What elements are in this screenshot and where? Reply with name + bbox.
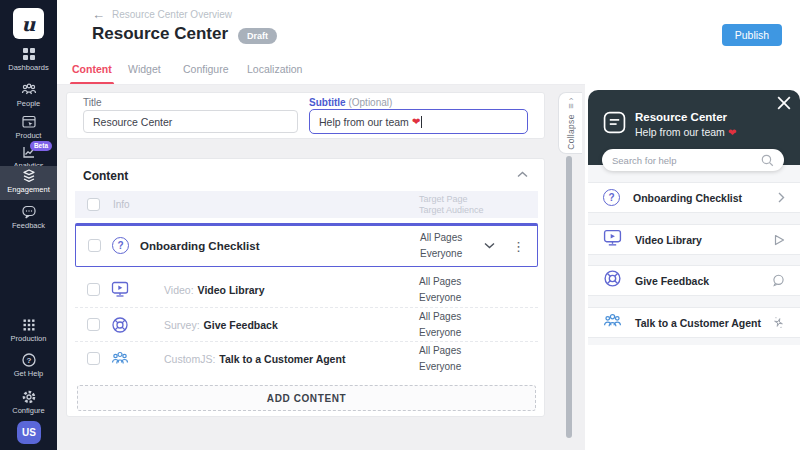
engagement-icon <box>21 168 37 184</box>
title-label: Title <box>83 97 102 108</box>
kebab-menu-icon[interactable]: ⋮ <box>512 239 525 254</box>
sidebar-item-feedback[interactable]: Feedback <box>0 202 57 230</box>
collapse-label: Collapse <box>566 114 576 149</box>
sidebar-item-people[interactable]: People <box>0 80 57 108</box>
book-icon <box>603 111 626 134</box>
list-item[interactable]: Talk to a Customer Agent <box>588 307 800 338</box>
list-item[interactable]: ? Onboarding Checklist <box>588 182 800 213</box>
row-checkbox[interactable] <box>88 239 101 252</box>
userpilot-logo[interactable]: u <box>13 8 44 39</box>
svg-text:?: ? <box>26 356 31 365</box>
video-monitor-icon <box>111 281 129 302</box>
chevron-right-icon <box>778 192 785 203</box>
people-group-icon <box>111 350 129 371</box>
sidebar-item-dashboards[interactable]: Dashboards <box>0 44 57 72</box>
sidebar: u Dashboards People Product Beta <box>0 0 57 450</box>
row-title: Onboarding Checklist <box>140 240 260 252</box>
table-row[interactable]: ? Onboarding Checklist All Pages Everyon… <box>75 223 538 267</box>
feedback-icon <box>21 204 37 220</box>
heart-icon: ❤ <box>412 116 420 127</box>
title-input[interactable] <box>83 110 298 133</box>
row-target: All Pages Everyone <box>419 309 461 341</box>
publish-button[interactable]: Publish <box>722 24 782 46</box>
breadcrumb[interactable]: ← Resource Center Overview <box>92 7 232 22</box>
list-item[interactable]: Video Library <box>588 224 800 255</box>
help-circle-icon: ? <box>21 352 37 368</box>
user-avatar[interactable]: US <box>17 421 41 444</box>
close-icon[interactable] <box>777 96 791 110</box>
preview-search-bar[interactable] <box>602 149 784 171</box>
subtitle-label: Subtitle (Optional) <box>309 97 392 108</box>
subtitle-value: Help from our team <box>319 116 409 128</box>
vertical-scrollbar[interactable] <box>566 156 572 438</box>
row-target: All Pages Everyone <box>419 343 461 375</box>
chat-bubble-icon <box>772 274 785 287</box>
play-outline-icon <box>774 234 785 246</box>
question-circle-icon: ? <box>112 237 129 254</box>
row-type-prefix: Video:Video Library <box>164 284 265 296</box>
table-row[interactable]: Video:Video Library All Pages Everyone <box>75 273 538 307</box>
row-target: All Pages Everyone <box>419 274 461 306</box>
status-badge: Draft <box>238 28 277 44</box>
editor-panel: Title Subtitle (Optional) Help from our … <box>57 85 585 450</box>
row-checkbox[interactable] <box>87 352 100 365</box>
row-title: Talk to a Customer Agent <box>219 353 345 365</box>
preview-title: Resource Center <box>635 111 727 123</box>
video-monitor-icon <box>603 229 622 251</box>
sidebar-item-get-help[interactable]: ? Get Help <box>0 350 57 378</box>
row-type-prefix: CustomJS:Talk to a Customer Agent <box>164 353 345 365</box>
column-info: Info <box>113 199 130 210</box>
column-target: Target Page Target Audience <box>419 194 484 216</box>
content-section-heading: Content <box>83 169 128 183</box>
beta-badge: Beta <box>30 141 52 151</box>
tab-configure[interactable]: Configure <box>183 63 229 75</box>
tab-content[interactable]: Content <box>72 63 112 75</box>
dashboards-icon <box>21 46 37 62</box>
sidebar-item-production[interactable]: Production <box>0 315 57 343</box>
sidebar-item-product[interactable]: Product <box>0 112 57 140</box>
list-item[interactable]: Give Feedback <box>588 265 800 296</box>
question-circle-icon: ? <box>603 189 620 206</box>
life-ring-icon <box>111 316 129 338</box>
collapse-handle-icon: ≡ › <box>566 97 576 109</box>
production-icon <box>21 317 37 333</box>
chevron-down-icon[interactable] <box>484 242 495 249</box>
row-title: Give Feedback <box>204 319 278 331</box>
title-subtitle-card: Title Subtitle (Optional) Help from our … <box>66 92 545 139</box>
search-input[interactable] <box>612 155 761 166</box>
resource-center-preview: Resource Center Help from our team❤ ? On… <box>585 85 800 450</box>
sparkle-icon <box>772 316 785 329</box>
heart-icon: ❤ <box>728 127 736 138</box>
sidebar-item-configure[interactable]: Configure <box>0 387 57 415</box>
row-checkbox[interactable] <box>87 318 100 331</box>
chevron-up-icon[interactable] <box>517 171 528 178</box>
gear-icon <box>21 389 37 405</box>
top-header: ← Resource Center Overview Resource Cent… <box>57 0 800 85</box>
table-row[interactable]: Survey:Give Feedback All Pages Everyone <box>75 307 538 341</box>
text-cursor <box>421 116 422 128</box>
table-row[interactable]: CustomJS:Talk to a Customer Agent All Pa… <box>75 341 538 375</box>
row-checkbox[interactable] <box>87 283 100 296</box>
resource-center-editor: u Dashboards People Product Beta <box>0 0 800 450</box>
life-ring-icon <box>603 269 622 292</box>
table-header-row: Info Target Page Target Audience <box>75 191 538 218</box>
search-icon <box>761 154 774 167</box>
preview-subtitle: Help from our team❤ <box>635 126 736 138</box>
subtitle-input[interactable]: Help from our team ❤ <box>309 109 528 134</box>
breadcrumb-label: Resource Center Overview <box>112 9 232 20</box>
tab-widget[interactable]: Widget <box>128 63 161 75</box>
back-arrow-icon[interactable]: ← <box>92 7 105 22</box>
sidebar-item-engagement[interactable]: Engagement <box>0 166 57 200</box>
people-icon <box>21 82 37 98</box>
row-target: All Pages Everyone <box>420 230 462 262</box>
optional-hint: (Optional) <box>348 97 392 108</box>
product-icon <box>21 114 37 130</box>
select-all-checkbox[interactable] <box>87 198 100 211</box>
tab-localization[interactable]: Localization <box>247 63 302 75</box>
collapse-preview-tab[interactable]: Collapse ≡ › <box>558 92 582 154</box>
people-group-icon <box>603 312 622 334</box>
row-type-prefix: Survey:Give Feedback <box>164 319 278 331</box>
row-title: Video Library <box>198 284 265 296</box>
page-title: Resource Center <box>92 24 228 44</box>
add-content-button[interactable]: ADD CONTENT <box>77 385 536 411</box>
